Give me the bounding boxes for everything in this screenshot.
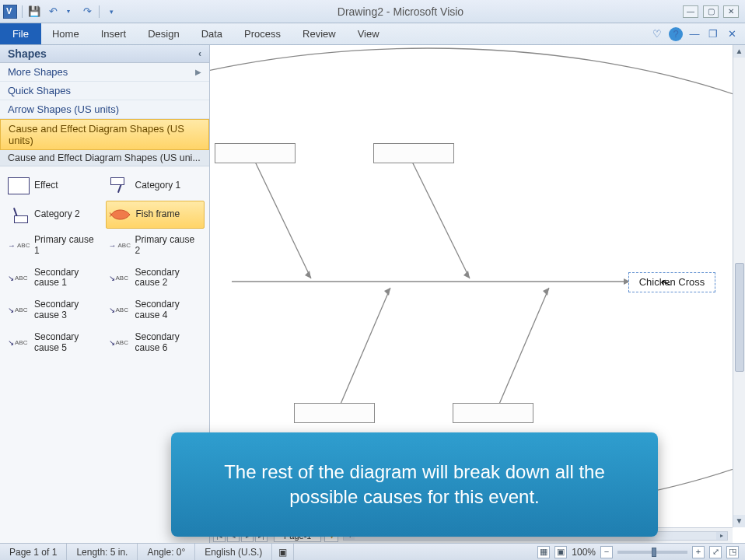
save-icon[interactable]: 💾 (27, 5, 41, 19)
tab-review[interactable]: Review (292, 23, 347, 44)
category2-icon (8, 206, 30, 223)
stencil-label: Quick Shapes (8, 85, 71, 96)
status-length: Length: 5 in. (67, 544, 138, 560)
zoom-slider-knob[interactable] (652, 548, 656, 557)
category-box[interactable] (294, 403, 375, 423)
scroll-down-icon[interactable]: ▼ (733, 515, 745, 527)
stencil-arrow-shapes[interactable]: Arrow Shapes (US units) (0, 100, 209, 119)
stencil-subheader: Cause and Effect Diagram Shapes (US uni.… (0, 150, 209, 166)
stencil-quick-shapes[interactable]: Quick Shapes (0, 82, 209, 100)
effect-text-box[interactable]: Chicken Cross (628, 272, 715, 292)
redo-icon[interactable]: ↷ (80, 5, 94, 19)
shape-label: Category 2 (34, 209, 80, 220)
fit-page-icon[interactable]: ⤢ (709, 546, 722, 558)
scroll-right-icon[interactable]: ▸ (716, 532, 727, 540)
tab-view[interactable]: View (347, 23, 390, 44)
titlebar: 💾 ↶ ▾ ↷ ▾ Drawing2 - Microsoft Visio — ▢… (0, 0, 745, 23)
full-screen-icon[interactable]: ▣ (554, 546, 567, 558)
shape-label: Secondary cause 6 (135, 332, 202, 354)
category1-icon (109, 177, 131, 194)
tutorial-callout: The rest of the diagram will break down … (171, 432, 658, 537)
shape-list: Effect Category 1 Category 2 Fish frame … (0, 166, 209, 364)
view-switcher: ▦ ▣ 100% − + ⤢ ◳ (531, 546, 745, 558)
shape-secondary-cause-2[interactable]: ABC Secondary cause 2 (106, 263, 205, 294)
shape-label: Secondary cause 1 (34, 268, 101, 289)
shape-category-2[interactable]: Category 2 (5, 201, 104, 229)
secondary-cause-icon: ABC (109, 334, 131, 352)
heart-icon[interactable]: ♡ (650, 27, 664, 41)
secondary-cause-icon: ABC (109, 269, 131, 286)
shape-secondary-cause-4[interactable]: ABC Secondary cause 4 (106, 295, 205, 326)
status-page[interactable]: Page 1 of 1 (0, 544, 67, 560)
maximize-button[interactable]: ▢ (703, 5, 719, 18)
secondary-cause-icon: ABC (109, 302, 131, 319)
doc-close-icon[interactable]: ✕ (725, 27, 739, 41)
scroll-thumb[interactable] (735, 263, 744, 372)
svg-line-7 (334, 288, 390, 418)
macro-record-icon[interactable]: ▣ (272, 544, 294, 560)
callout-text: The rest of the diagram will break down … (193, 460, 636, 510)
svg-line-9 (493, 288, 549, 418)
doc-restore-icon[interactable]: ❐ (706, 27, 720, 41)
undo-dropdown-icon[interactable]: ▾ (61, 5, 75, 19)
undo-icon[interactable]: ↶ (46, 5, 60, 19)
vertical-scrollbar[interactable]: ▲ ▼ (733, 45, 745, 527)
panel-title-label: Shapes (8, 47, 47, 60)
visio-app-icon[interactable] (3, 5, 17, 19)
shape-effect[interactable]: Effect (5, 173, 104, 199)
zoom-in-button[interactable]: + (692, 546, 705, 558)
svg-line-5 (412, 162, 470, 278)
shape-category-1[interactable]: Category 1 (106, 173, 205, 199)
zoom-level[interactable]: 100% (572, 547, 596, 558)
tab-data[interactable]: Data (191, 23, 233, 44)
normal-view-icon[interactable]: ▦ (537, 546, 550, 558)
shape-label: Effect (34, 180, 58, 191)
status-angle: Angle: 0° (138, 544, 195, 560)
shape-secondary-cause-1[interactable]: ABC Secondary cause 1 (5, 263, 104, 294)
shape-label: Secondary cause 3 (34, 299, 101, 321)
fish-frame-icon (110, 206, 131, 223)
category-box[interactable] (373, 143, 454, 163)
zoom-slider[interactable] (617, 551, 687, 554)
chevron-right-icon: ▶ (195, 68, 201, 76)
stencil-cause-effect[interactable]: Cause and Effect Diagram Shapes (US unit… (0, 119, 209, 150)
collapse-panel-icon[interactable]: ‹ (198, 48, 201, 59)
effect-icon (8, 177, 30, 194)
customize-qat-icon[interactable]: ▾ (104, 5, 118, 19)
zoom-out-button[interactable]: − (600, 546, 613, 558)
separator (22, 5, 23, 18)
shape-primary-cause-2[interactable]: ABC Primary cause 2 (106, 230, 205, 261)
more-shapes-menu[interactable]: More Shapes ▶ (0, 63, 209, 82)
stencil-label: Cause and Effect Diagram Shapes (US unit… (9, 123, 201, 146)
shape-secondary-cause-3[interactable]: ABC Secondary cause 3 (5, 295, 104, 326)
status-language[interactable]: English (U.S.) (195, 544, 272, 560)
shape-label: Secondary cause 4 (135, 299, 202, 321)
shape-secondary-cause-6[interactable]: ABC Secondary cause 6 (106, 327, 205, 359)
ribbon-tabs: File Home Insert Design Data Process Rev… (0, 23, 745, 45)
tab-insert[interactable]: Insert (90, 23, 138, 44)
window-controls: — ▢ ✕ (683, 5, 745, 18)
separator (99, 5, 100, 18)
stencil-label: Arrow Shapes (US units) (8, 103, 119, 115)
shape-secondary-cause-5[interactable]: ABC Secondary cause 5 (5, 327, 104, 359)
tab-home[interactable]: Home (41, 23, 90, 44)
window-title: Drawing2 - Microsoft Visio (118, 5, 683, 18)
close-button[interactable]: ✕ (723, 5, 739, 18)
help-icon[interactable]: ? (669, 27, 683, 41)
scroll-up-icon[interactable]: ▲ (733, 45, 745, 58)
category-box[interactable] (453, 403, 533, 423)
shape-primary-cause-1[interactable]: ABC Primary cause 1 (5, 230, 104, 261)
status-bar: Page 1 of 1 Length: 5 in. Angle: 0° Engl… (0, 543, 745, 560)
shape-fish-frame[interactable]: Fish frame (106, 201, 205, 229)
tab-design[interactable]: Design (137, 23, 190, 44)
tab-process[interactable]: Process (233, 23, 292, 44)
primary-cause-icon: ABC (8, 237, 30, 254)
secondary-cause-icon: ABC (8, 334, 30, 352)
doc-minimize-icon[interactable]: — (687, 27, 701, 41)
minimize-button[interactable]: — (683, 5, 698, 18)
pan-zoom-window-icon[interactable]: ◳ (726, 546, 739, 558)
file-tab[interactable]: File (0, 23, 41, 44)
primary-cause-icon: ABC (109, 237, 131, 254)
shape-label: Fish frame (136, 209, 180, 220)
category-box[interactable] (215, 143, 296, 163)
